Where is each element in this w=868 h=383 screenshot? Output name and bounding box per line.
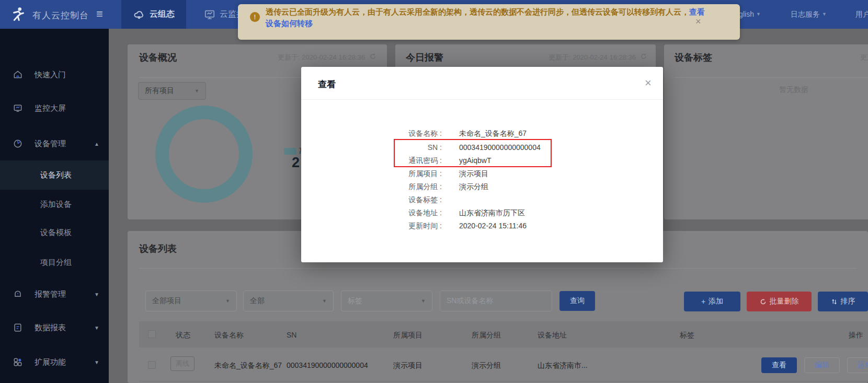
device-tags-card: 设备标签 更新于: 2020-02-24 16:28:36 暂无数据 — [664, 44, 868, 219]
legend-count: 2 — [292, 155, 300, 171]
edit-button-label: 编辑 — [815, 361, 829, 370]
sidebar-item-extended-functions[interactable]: 扩展功能 ▼ — [0, 356, 109, 368]
sidebar-subitem-device-list[interactable]: 设备列表 — [0, 160, 109, 190]
card-title: 今日报警 — [406, 51, 443, 64]
chevron-down-icon: ▼ — [822, 11, 827, 17]
expand-arrow-icon[interactable]: ▼ — [94, 359, 99, 365]
status-badge: 离线 — [170, 356, 195, 371]
column-header-group[interactable]: 所属分组 — [472, 331, 501, 340]
card-title: 设备概况 — [139, 51, 177, 64]
user-center-menu[interactable]: 用户中心 — [855, 10, 868, 19]
sort-button[interactable]: 排序 — [818, 292, 868, 311]
sidebar-item-alarm-management[interactable]: 报警管理 ▼ — [0, 288, 109, 300]
field-value-address: 山东省济南市历下区 — [459, 208, 525, 218]
banner-close-icon[interactable]: × — [695, 16, 701, 27]
plus-icon: + — [701, 297, 705, 306]
add-button[interactable]: + 添加 — [684, 292, 740, 311]
row-view-button[interactable]: 查看 — [761, 357, 797, 373]
apps-grid-icon — [13, 357, 23, 367]
column-header-project[interactable]: 所属项目 — [393, 331, 422, 340]
tab-cloud-configuration[interactable]: 云组态 — [121, 0, 186, 29]
sidebar-item-quick-start[interactable]: 快速入门 — [0, 68, 109, 81]
filter-tag-select[interactable]: 标签 ▼ — [341, 291, 432, 311]
column-header-status[interactable]: 状态 — [176, 331, 190, 340]
row-checkbox[interactable] — [148, 361, 156, 369]
field-value-sn: 00034190000000000004 — [459, 143, 541, 152]
sort-button-label: 排序 — [841, 297, 855, 306]
column-header-name[interactable]: 设备名称 — [214, 331, 244, 340]
report-icon — [13, 322, 23, 333]
sidebar-item-label: 报警管理 — [35, 289, 66, 299]
sidebar-item-device-management[interactable]: 设备管理 ▲ — [0, 137, 109, 150]
updated-timestamp: 更新于: 2020-02-24 16:28:36 — [549, 53, 636, 62]
sidebar-item-label: 数据报表 — [35, 323, 66, 333]
search-placeholder: SN或设备名称 — [447, 296, 493, 306]
sort-arrows-icon — [831, 298, 838, 305]
legend-swatch-offline — [284, 148, 296, 155]
sidebar: 快速入门 监控大屏 设备管理 ▲ 设备列表 — [0, 29, 109, 383]
chevron-down-icon: ▼ — [421, 298, 426, 304]
select-all-checkbox[interactable] — [148, 330, 156, 338]
monitor-icon — [204, 9, 215, 20]
filter-placeholder: 标签 — [348, 296, 362, 306]
sidebar-subitem-label: 添加设备 — [40, 200, 72, 210]
refresh-icon[interactable] — [640, 53, 647, 60]
filter-project-select[interactable]: 全部项目 ▼ — [145, 291, 237, 311]
query-button[interactable]: 查询 — [559, 291, 595, 311]
user-center-label: 用户中心 — [855, 10, 868, 18]
field-label: 所属项目 : — [314, 169, 442, 179]
console-title: 有人云控制台 — [32, 9, 89, 21]
column-header-sn[interactable]: SN — [287, 331, 296, 339]
add-button-label: 添加 — [709, 297, 723, 306]
hamburger-menu-icon[interactable]: ≡ — [96, 7, 103, 21]
field-value-password: ygAiqbwT — [459, 156, 491, 165]
expand-arrow-icon[interactable]: ▼ — [94, 325, 99, 331]
cell-sn: 00034190000000000004 — [287, 361, 368, 369]
sidebar-subitem-device-template[interactable]: 设备模板 — [0, 221, 109, 244]
cell-address: 山东省济南市... — [538, 361, 588, 370]
sidebar-subitem-add-device[interactable]: 添加设备 — [0, 193, 109, 216]
field-value-device-name: 未命名_设备名称_67 — [459, 129, 527, 138]
project-filter-select[interactable]: 所有项目 ▼ — [138, 82, 206, 100]
table-header-band — [139, 321, 868, 347]
usr-logo-icon — [8, 5, 27, 24]
column-header-actions[interactable]: 操作 — [849, 331, 863, 340]
banner-message: 透传云已全面升级为有人云，由于有人云采用全新的架构，透传云的数据不会进行同步，但… — [266, 6, 705, 29]
cloud-icon — [133, 8, 145, 21]
sidebar-item-monitoring-screen[interactable]: 监控大屏 — [0, 102, 109, 114]
modal-divider — [301, 99, 663, 100]
column-header-tag[interactable]: 标签 — [680, 331, 694, 340]
sidebar-item-label: 扩展功能 — [35, 357, 66, 367]
field-label: SN : — [314, 143, 442, 152]
field-value-group: 演示分组 — [459, 182, 488, 192]
field-label: 设备标签 : — [314, 195, 442, 205]
cell-device-name: 未命名_设备名称_67 — [214, 361, 282, 370]
close-icon[interactable]: × — [645, 76, 652, 90]
view-device-modal: 查看 × 设备名称 : 未命名_设备名称_67 SN : 00034190000… — [301, 67, 663, 262]
sidebar-subitem-label: 设备模板 — [40, 228, 72, 238]
expand-arrow-icon[interactable]: ▼ — [94, 292, 99, 297]
device-status-donut-chart — [155, 106, 253, 203]
search-input[interactable]: SN或设备名称 — [440, 291, 552, 311]
collapse-arrow-icon[interactable]: ▲ — [94, 141, 99, 147]
field-label: 所属分组 : — [314, 182, 442, 192]
cell-group: 演示分组 — [472, 361, 501, 370]
row-ops-button[interactable]: 运维 — [847, 357, 868, 373]
pie-chart-icon — [13, 138, 23, 149]
filter-status-select[interactable]: 全部 ▼ — [243, 291, 334, 311]
log-service-menu[interactable]: 日志服务▼ — [791, 10, 827, 19]
sidebar-item-data-reports[interactable]: 数据报表 ▼ — [0, 321, 109, 334]
refresh-icon[interactable] — [369, 53, 376, 60]
batch-delete-button[interactable]: 批量删除 — [747, 292, 812, 311]
view-button-label: 查看 — [772, 361, 786, 370]
sidebar-subitem-project-grouping[interactable]: 项目分组 — [0, 251, 109, 274]
sidebar-subitem-label: 项目分组 — [40, 258, 72, 268]
sidebar-item-label: 设备管理 — [35, 139, 66, 149]
field-label: 更新时间 : — [314, 222, 442, 231]
column-header-address[interactable]: 设备地址 — [538, 331, 567, 340]
modal-title: 查看 — [318, 78, 336, 90]
row-edit-button[interactable]: 编辑 — [804, 357, 840, 373]
field-label: 通讯密码 : — [314, 156, 442, 166]
chevron-down-icon: ▼ — [756, 11, 761, 17]
sidebar-item-label: 快速入门 — [35, 70, 66, 80]
